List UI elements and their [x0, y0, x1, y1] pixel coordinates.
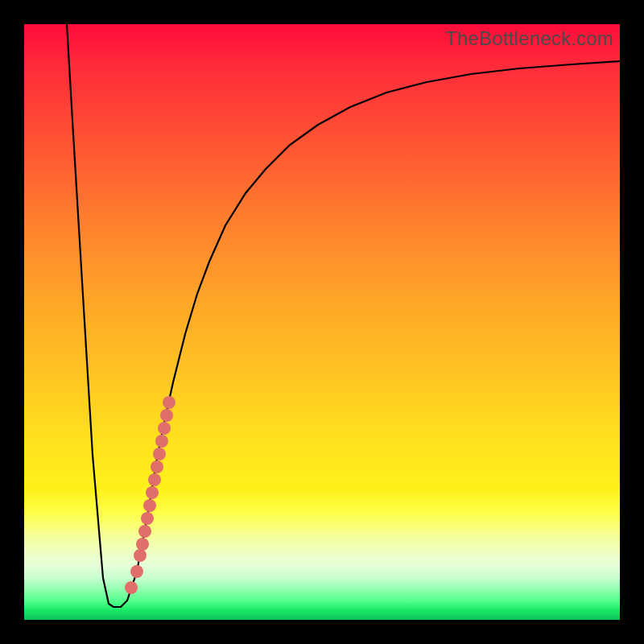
curve-dot	[151, 460, 163, 473]
chart-overlay-svg	[24, 24, 620, 620]
curve-dot	[143, 499, 156, 512]
curve-dot	[160, 409, 173, 422]
curve-dot	[155, 435, 168, 448]
curve-dot	[130, 565, 143, 578]
curve-dot	[136, 538, 149, 551]
highlighted-segment-dots	[125, 396, 175, 594]
curve-dot	[125, 581, 138, 594]
curve-dot	[153, 448, 166, 460]
curve-dot	[138, 525, 151, 538]
curve-dot	[148, 473, 161, 486]
curve-dot	[134, 549, 147, 562]
curve-dot	[158, 422, 171, 435]
plot-area: TheBottleneck.com	[24, 24, 620, 620]
chart-frame: TheBottleneck.com	[0, 0, 644, 644]
curve-dot	[146, 486, 159, 499]
curve-dot	[141, 512, 154, 525]
curve-dot	[163, 396, 175, 409]
